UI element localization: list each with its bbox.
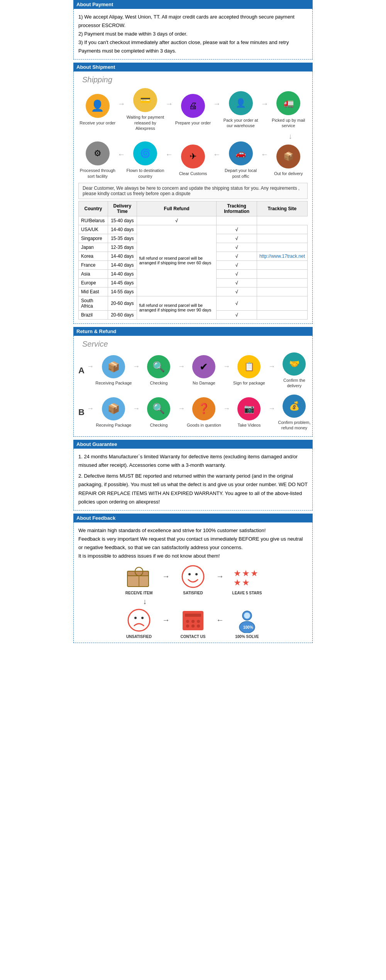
svg-text:★: ★ (234, 578, 241, 587)
svc-arrow3: → (223, 362, 230, 371)
processed-label: Processed through sort facility (78, 168, 117, 179)
svc-arrow4: → (268, 362, 275, 371)
svc-nodamage-label: No Damage (193, 380, 215, 386)
pack-icon: 👤 (229, 91, 253, 115)
col-tracking: Tracking Information (217, 201, 257, 216)
depart-label: Depart your local post offic (222, 168, 260, 179)
feedback-line-1: We maintain high standards of excellence… (78, 526, 308, 535)
fb-receive: RECEIVE ITEM (118, 564, 160, 595)
fb-contact-icon (179, 608, 208, 633)
arrow8: ← (118, 150, 125, 159)
svg-point-19 (197, 620, 200, 623)
prepare-icon: 🖨 (181, 94, 205, 118)
fb-arrow4: ← (216, 616, 224, 624)
svc-receiving-b: 📦 Receving Package (95, 397, 132, 428)
svc-checking-b-label: Checking (150, 422, 168, 428)
down-arrow-container: ↓ (78, 132, 308, 141)
svc-receiving-b-label: Receving Package (96, 422, 132, 428)
svc-sign-icon: 📋 (237, 355, 261, 378)
arrow5: ← (261, 150, 268, 159)
svc-nodamage: ✔ No Damage (186, 355, 222, 386)
payment-line-1: 1) We accept Alipay, West Union, TT. All… (78, 13, 308, 30)
table-row: USA/UK14-40 daysfull refund or resend pa… (79, 225, 308, 234)
svc-nodamage-icon: ✔ (192, 355, 215, 378)
flow-pickup: 🚛 Picked up by mail service (269, 91, 308, 129)
svg-point-14 (141, 617, 144, 619)
letter-a: A (78, 366, 85, 376)
service-title: Service (78, 340, 308, 349)
pack-label: Pack your order at our warehouse (222, 117, 260, 129)
service-items-a: 📦 Receiving Package → 🔍 Checking → ✔ No … (95, 352, 313, 389)
svc-confirm-b: 💰 Confirm problem, refund money (276, 395, 313, 431)
table-row: RU/Belarus15-40 days√ (79, 216, 308, 225)
svg-point-13 (134, 617, 137, 619)
svg-text:★: ★ (251, 568, 258, 578)
col-delivery: Delivery Time (108, 201, 137, 216)
fb-stars: ★ ★ ★ ★ ★ LEAVE 5 STARS (226, 564, 268, 595)
fb-stars-icon: ★ ★ ★ ★ ★ (233, 564, 262, 589)
shipping-title: Shipping (78, 75, 308, 84)
fb-contact: CONTACT US (172, 608, 214, 639)
fb-satisfied-label: SATISFIED (183, 591, 203, 595)
shipment-content: Shipping 👤 Receive your order → 💳 Waitin… (73, 71, 313, 323)
b-arrow: → (87, 405, 94, 413)
feedback-header: About Feedback (73, 514, 313, 522)
fb-satisfied-icon (179, 564, 208, 589)
fb-receive-icon (125, 564, 154, 589)
service-row-a: A → 📦 Receiving Package → 🔍 Checking → ✔… (78, 352, 308, 389)
flow-pack: 👤 Pack your order at our warehouse (222, 91, 260, 129)
svc-arrow5: → (133, 405, 140, 413)
svc-arrow8: → (268, 405, 275, 413)
shipment-header: About Shipment (73, 63, 313, 71)
svc-checking-b: 🔍 Checking (141, 397, 177, 428)
arrow6: ← (213, 150, 221, 159)
svg-rect-16 (185, 614, 201, 617)
shipment-section: About Shipment Shipping 👤 Receive your o… (73, 63, 313, 323)
shipping-note: Dear Customer, We always be here to conc… (78, 183, 308, 199)
payment-label: Waiting for payment released by Aliexpre… (126, 114, 165, 131)
svg-rect-1 (127, 571, 149, 576)
fb-satisfied: SATISFIED (172, 564, 214, 595)
pickup-icon: 🚛 (276, 91, 300, 115)
svc-receiving-label: Receiving Package (95, 380, 132, 386)
svc-videos-label: Take Videos (238, 422, 261, 428)
feedback-section: About Feedback We maintain high standard… (73, 514, 313, 643)
svg-text:★: ★ (234, 568, 241, 578)
svg-point-6 (195, 573, 198, 575)
payment-line-3: 3) If you can't checkout immediately aft… (78, 38, 308, 55)
feedback-row2: UNSATISFIED → (118, 608, 268, 639)
service-items-b: 📦 Receving Package → 🔍 Checking → ❓ Good… (95, 395, 313, 431)
service-row-b: B → 📦 Receving Package → 🔍 Checking → ❓ … (78, 395, 308, 431)
outdelivery-label: Out for delivery (274, 171, 303, 176)
feedback-content: We maintain high standards of excellence… (73, 522, 313, 643)
svg-point-12 (128, 609, 150, 631)
flow-payment: 💳 Waiting for payment released by Aliexp… (126, 88, 165, 131)
svg-text:★: ★ (242, 578, 250, 587)
col-refund: Full Refund (137, 201, 217, 216)
svc-arrow6: → (178, 405, 185, 413)
guarantee-header: About Guarantee (73, 440, 313, 449)
flown-icon: 🌀 (133, 141, 157, 165)
feedback-line-2: Feedback is very important We request th… (78, 535, 308, 552)
svg-point-21 (191, 624, 195, 628)
flown-label: Flown to destination country (126, 168, 165, 179)
processed-icon: ⚙ (86, 141, 110, 165)
fb-receive-label: RECEIVE ITEM (125, 591, 153, 595)
svc-videos-icon: 📷 (237, 397, 261, 420)
svc-arrow7: → (223, 405, 230, 413)
svc-receiving-icon: 📦 (102, 355, 125, 378)
guarantee-content: 1. 24 months Manufacturer`s limited Warr… (73, 449, 313, 510)
svc-arrow1: → (133, 362, 140, 371)
guarantee-line-2: 2. Defective items MUST BE reported and … (78, 472, 308, 506)
guarantee-section: About Guarantee 1. 24 months Manufacture… (73, 440, 313, 510)
fb-unsatisfied-label: UNSATISFIED (126, 635, 152, 639)
payment-header: About Payment (73, 0, 313, 9)
fb-arrow3: → (162, 616, 170, 624)
customs-label: Clear Customs (179, 171, 207, 176)
fb-solve-icon: 100% (233, 608, 262, 633)
svg-text:★: ★ (242, 568, 250, 578)
svc-confirm-a: 🤝 Confirm the delivery (276, 352, 313, 389)
shipping-row1: 👤 Receive your order → 💳 Waiting for pay… (78, 88, 308, 131)
svc-videos: 📷 Take Videos (231, 397, 267, 428)
pickup-label: Picked up by mail service (269, 117, 308, 129)
